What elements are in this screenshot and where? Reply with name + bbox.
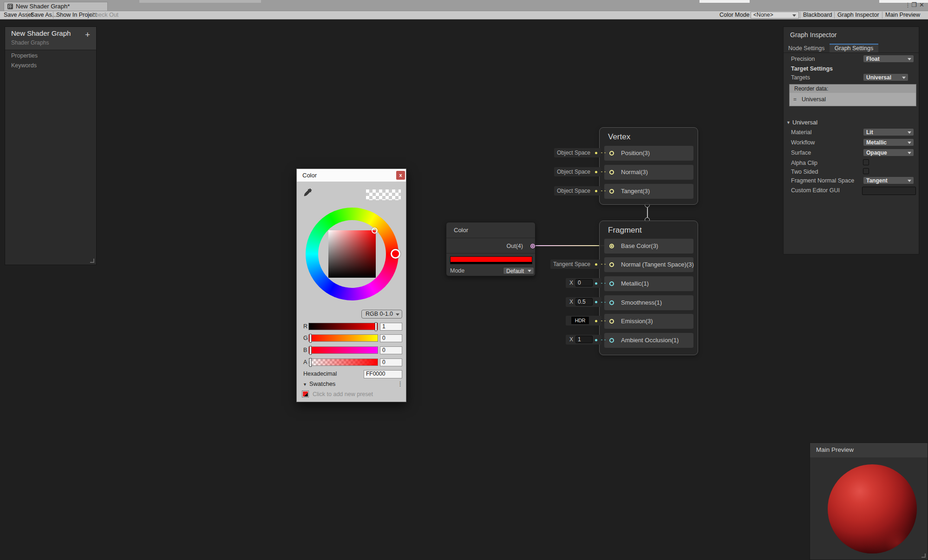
blackboard-section-properties[interactable]: Properties [11, 52, 38, 59]
normal-tangent-port[interactable] [609, 262, 614, 267]
fragment-normal-space-dropdown[interactable]: Tangent [863, 176, 914, 184]
foldout-icon[interactable]: ▼ [786, 120, 791, 125]
ambient-occlusion-port[interactable] [609, 338, 614, 343]
add-property-icon[interactable]: + [85, 30, 90, 40]
universal-section-heading[interactable]: Universal [792, 119, 817, 126]
blackboard-section-keywords[interactable]: Keywords [11, 62, 37, 69]
normal-space-selector[interactable]: Object Space [554, 167, 601, 176]
divider [784, 52, 919, 53]
g-slider-handle[interactable] [309, 334, 312, 343]
out-port[interactable] [530, 244, 535, 248]
targets-dropdown[interactable]: Universal [863, 73, 908, 81]
fragment-port-row-metallic[interactable]: Metallic(1) [604, 276, 693, 291]
preview-sphere[interactable] [828, 464, 917, 553]
window-menu-icon[interactable]: ⋮ [905, 1, 911, 9]
connector-dash [601, 283, 607, 284]
swatches-label[interactable]: Swatches [309, 380, 335, 387]
base-color-port[interactable] [609, 244, 614, 248]
g-channel-value[interactable]: 0 [380, 334, 402, 342]
position-space-selector[interactable]: Object Space [554, 148, 601, 157]
r-channel-value[interactable]: 1 [380, 323, 402, 331]
emission-port-label: Emission(3) [621, 314, 653, 329]
toolbar-separator [53, 12, 53, 19]
emission-port[interactable] [609, 319, 614, 324]
tangent-port[interactable] [609, 189, 614, 194]
b-channel-slider[interactable] [308, 346, 378, 354]
tab-node-settings[interactable]: Node Settings [788, 45, 825, 52]
resize-handle[interactable] [90, 259, 94, 263]
b-slider-handle[interactable] [309, 346, 312, 355]
workflow-value: Metallic [866, 139, 887, 146]
alpha-clip-checkbox[interactable] [863, 159, 869, 165]
a-slider-handle[interactable] [309, 358, 312, 367]
position-port[interactable] [609, 151, 614, 156]
ao-value-field[interactable]: 1 [575, 336, 593, 343]
sv-cursor[interactable] [372, 228, 378, 234]
fragment-node[interactable]: Fragment Base Color(3) Normal (Tangent S… [599, 221, 698, 355]
fragment-port-row-normal[interactable]: Normal (Tangent Space)(3) [604, 257, 693, 272]
rgb-mode-dropdown[interactable]: RGB 0-1.0 [361, 310, 402, 319]
vertex-port-row-normal[interactable]: Normal(3) [604, 165, 693, 180]
color-mode-dropdown[interactable]: <None> [751, 12, 799, 19]
hdr-badge[interactable]: HDR [571, 317, 589, 324]
mode-dropdown[interactable]: Default [503, 267, 534, 274]
add-preset-hint[interactable]: Click to add new preset [313, 391, 373, 397]
swatch-preset[interactable] [302, 391, 308, 397]
x-component-label: X [569, 336, 573, 343]
metallic-port[interactable] [609, 281, 614, 286]
close-icon[interactable]: x [396, 171, 405, 180]
connector-dot [595, 263, 597, 266]
restore-icon[interactable]: ❐ [911, 1, 917, 9]
r-channel-slider[interactable] [308, 323, 378, 330]
saturation-value-square[interactable] [328, 230, 376, 278]
g-channel-slider[interactable] [308, 334, 378, 342]
fragment-port-row-base-color[interactable]: Base Color(3) [604, 239, 693, 254]
edge-vertex-to-fragment[interactable] [647, 206, 648, 219]
resize-handle[interactable] [921, 553, 926, 558]
hexadecimal-field[interactable]: FF0000 [364, 370, 402, 378]
tab-new-shader-graph[interactable]: New Shader Graph* [4, 2, 108, 11]
foldout-icon[interactable]: ▼ [303, 382, 307, 387]
tab-graph-settings[interactable]: Graph Settings [830, 44, 878, 52]
b-channel-value[interactable]: 0 [380, 346, 402, 354]
smoothness-value-field[interactable]: 0.5 [575, 298, 593, 306]
workflow-dropdown[interactable]: Metallic [863, 138, 914, 146]
reorder-item-universal[interactable]: = Universal [790, 93, 916, 106]
fragment-port-row-smoothness[interactable]: Smoothness(1) [604, 295, 693, 310]
main-preview-toggle-button[interactable]: Main Preview [885, 11, 920, 19]
main-preview-header[interactable]: Main Preview [810, 443, 928, 457]
toolbar-separator [27, 12, 28, 19]
drag-handle-icon[interactable]: = [793, 93, 797, 106]
eyedropper-icon[interactable] [303, 187, 313, 197]
two-sided-checkbox[interactable] [863, 168, 869, 174]
precision-dropdown[interactable]: Float [863, 55, 914, 63]
r-slider-handle[interactable] [375, 322, 377, 331]
edge-color-to-basecolor[interactable] [535, 245, 607, 246]
color-picker-titlebar[interactable]: Color x [297, 169, 406, 182]
a-channel-slider[interactable] [308, 358, 378, 366]
surface-dropdown[interactable]: Opaque [863, 149, 914, 156]
color-swatch-field[interactable] [450, 256, 532, 264]
metallic-value-field[interactable]: 0 [575, 279, 593, 287]
hexadecimal-label: Hexadecimal [303, 371, 337, 377]
graph-inspector-toggle-button[interactable]: Graph Inspector [837, 11, 879, 19]
vertex-node[interactable]: Vertex Position(3) Normal(3) Tangent(3) [599, 127, 698, 205]
vertex-port-row-position[interactable]: Position(3) [604, 146, 693, 161]
custom-editor-gui-field[interactable] [862, 187, 916, 195]
color-node[interactable]: Color Out(4) Mode Default [446, 222, 536, 276]
close-icon[interactable]: ✕ [919, 1, 924, 9]
normal-space-selector-fragment[interactable]: Tangent Space [550, 260, 601, 269]
a-channel-value[interactable]: 0 [380, 358, 402, 366]
color-mode-label: Color Mode [719, 11, 750, 19]
material-dropdown[interactable]: Lit [863, 128, 914, 136]
swatches-menu-icon[interactable]: ⋮ [397, 380, 403, 387]
hue-cursor[interactable] [391, 249, 400, 259]
smoothness-port[interactable] [609, 300, 614, 305]
normal-port[interactable] [609, 170, 614, 175]
fragment-port-row-ao[interactable]: Ambient Occlusion(1) [604, 333, 693, 348]
tangent-space-selector[interactable]: Object Space [554, 186, 601, 195]
save-asset-button[interactable]: Save Asset [4, 11, 33, 19]
fragment-port-row-emission[interactable]: Emission(3) [604, 314, 693, 329]
vertex-port-row-tangent[interactable]: Tangent(3) [604, 184, 693, 199]
blackboard-toggle-button[interactable]: Blackboard [803, 11, 832, 19]
